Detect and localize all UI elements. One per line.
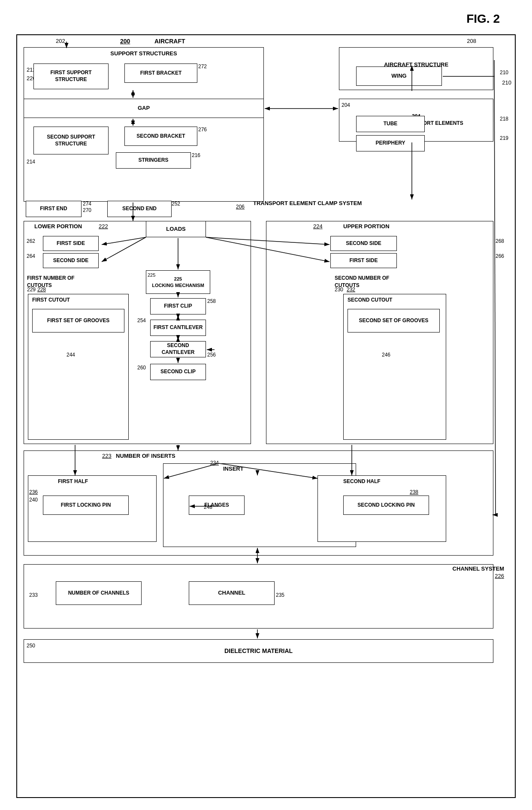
label-276: 276 <box>198 127 207 133</box>
insert-label: INSERT <box>223 465 244 472</box>
label-240: 240 <box>29 497 38 503</box>
second-half-label: SECOND HALF <box>343 478 381 484</box>
label-264: 264 <box>27 253 35 259</box>
flanges-box: FLANGES <box>189 496 245 515</box>
label-214: 214 <box>27 159 35 165</box>
label-248: 248 <box>204 504 212 510</box>
label-210: 210 <box>502 79 511 86</box>
label-208: 208 <box>467 38 476 44</box>
label-252: 252 <box>172 201 180 207</box>
first-side-lower-box: FIRST SIDE <box>43 236 99 251</box>
transport-clamp-label: TRANSPORT ELEMENT CLAMP SYSTEM <box>253 199 362 207</box>
first-cutout-label: FIRST CUTOUT <box>32 297 70 303</box>
second-clip-box: SECOND CLIP <box>150 364 206 380</box>
label-246: 246 <box>382 352 390 358</box>
label-266: 266 <box>496 253 504 259</box>
second-end-box: SECOND END <box>107 201 172 217</box>
label-254: 254 <box>137 317 146 323</box>
label-206: 206 <box>236 204 245 210</box>
stringers-box: STRINGERS <box>116 152 191 169</box>
label-202: 202 <box>56 38 65 44</box>
label-223: 223 <box>102 453 112 459</box>
first-cantilever-box: FIRST CANTILEVER <box>150 320 206 336</box>
label-256: 256 <box>207 352 216 358</box>
label-268: 268 <box>496 238 504 244</box>
label-228: 228 <box>37 287 46 293</box>
second-side-upper-box: SECOND SIDE <box>330 236 397 251</box>
first-grooves-box: FIRST SET OF GROOVES <box>32 309 124 332</box>
first-side-upper-box: FIRST SIDE <box>330 253 397 268</box>
label-238: 238 <box>410 489 418 495</box>
label-272: 272 <box>198 63 207 70</box>
label-232: 232 <box>347 287 355 293</box>
second-bracket-box: SECOND BRACKET <box>124 127 197 146</box>
second-cutout-label: SECOND CUTOUT <box>348 297 392 303</box>
second-support-box: SECOND SUPPORT STRUCTURE <box>33 127 109 154</box>
fig-title: FIG. 2 <box>466 12 500 26</box>
tube-box: TUBE <box>356 116 425 132</box>
label-lower-portion: LOWER PORTION <box>34 223 82 230</box>
label-234: 234 <box>210 460 219 466</box>
label-upper-portion: UPPER PORTION <box>343 223 390 230</box>
label-225: 225 <box>148 272 155 278</box>
label-270: 270 <box>83 207 91 213</box>
label-230: 230 <box>335 287 343 293</box>
label-262: 262 <box>27 238 35 244</box>
label-218: 218 <box>500 116 508 122</box>
locking-mechanism-box: 225 LOCKING MECHANISM <box>146 270 210 294</box>
label-224: 224 <box>313 223 323 230</box>
first-locking-pin-box: FIRST LOCKING PIN <box>43 496 129 515</box>
label-258: 258 <box>207 298 216 304</box>
second-cantilever-box: SECOND CANTILEVER <box>150 341 206 357</box>
label-210b: 210 <box>500 70 508 76</box>
label-260: 260 <box>137 365 146 371</box>
dielectric-box: DIELECTRIC MATERIAL <box>24 639 493 663</box>
first-support-box: FIRST SUPPORT STRUCTURE <box>33 63 109 89</box>
number-channels-box: NUMBER OF CHANNELS <box>56 581 142 605</box>
label-aircraft: AIRCRAFT <box>154 38 185 45</box>
label-219: 219 <box>500 135 508 141</box>
first-clip-box: FIRST CLIP <box>150 298 206 314</box>
label-204: 204 <box>342 102 350 108</box>
first-end-box: FIRST END <box>26 201 82 217</box>
label-236: 236 <box>29 489 38 495</box>
second-side-lower-box: SECOND SIDE <box>43 253 99 268</box>
periphery-box: PERIPHERY <box>356 135 425 151</box>
label-229: 229 <box>27 287 36 293</box>
label-233: 233 <box>29 592 38 598</box>
second-grooves-box: SECOND SET OF GROOVES <box>348 309 440 332</box>
channel-box: CHANNEL <box>189 581 275 605</box>
label-number-inserts: NUMBER OF INSERTS <box>116 453 175 459</box>
first-half-label: FIRST HALF <box>58 478 88 484</box>
loads-box: LOADS <box>146 221 206 237</box>
label-channel-system: CHANNEL SYSTEM <box>453 565 504 572</box>
label-200: 200 <box>120 38 130 45</box>
label-second-cutouts: SECOND NUMBER OF CUTOUTS <box>335 275 403 289</box>
label-235: 235 <box>276 592 284 598</box>
gap-box: GAP <box>24 99 264 118</box>
second-locking-pin-box: SECOND LOCKING PIN <box>343 496 429 515</box>
label-250: 250 <box>27 643 35 649</box>
label-226: 226 <box>495 573 504 579</box>
label-216: 216 <box>192 152 200 158</box>
label-244: 244 <box>66 352 75 358</box>
label-222: 222 <box>99 223 108 230</box>
label-274: 274 <box>83 201 91 207</box>
first-bracket-box: FIRST BRACKET <box>124 63 197 83</box>
wing-box: WING <box>356 66 442 86</box>
